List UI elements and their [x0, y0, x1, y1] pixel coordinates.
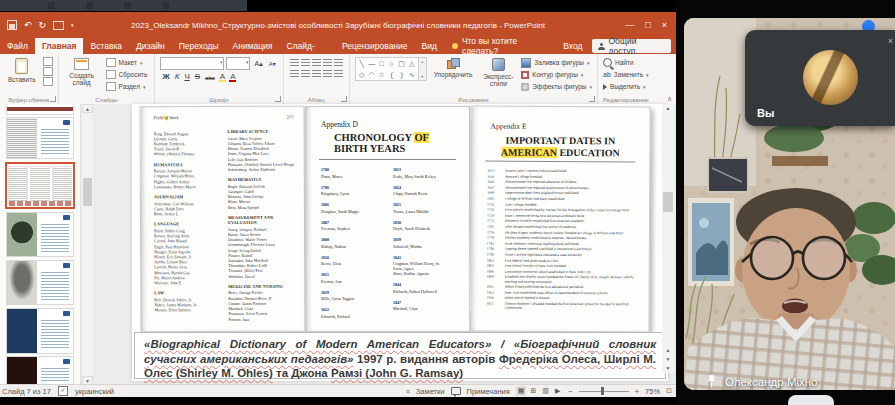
- slide-thumbnail-partial[interactable]: [6, 104, 74, 115]
- fit-to-window-icon[interactable]: ⊡: [666, 387, 672, 395]
- shape-icon[interactable]: □: [377, 58, 387, 69]
- clear-formatting-button[interactable]: abc: [203, 75, 217, 81]
- ribbon-tab[interactable]: Переходы: [172, 38, 226, 54]
- scroll-up-icon[interactable]: ▲: [662, 104, 674, 113]
- spellcheck-icon[interactable]: ✓: [58, 386, 68, 396]
- shape-icon[interactable]: ◇: [357, 69, 367, 80]
- paste-button[interactable]: Вставить: [5, 57, 39, 84]
- reset-button[interactable]: Сбросить: [104, 69, 150, 80]
- book-page-appendix-e[interactable]: Appendix E IMPORTANT DATES IN AMERICAN E…: [469, 106, 650, 333]
- zoom-in-button[interactable]: +: [635, 387, 639, 396]
- sign-in-link[interactable]: Вход: [563, 41, 582, 51]
- ribbon-tab[interactable]: Анимация: [226, 38, 280, 54]
- decrease-indent-icon[interactable]: [312, 59, 321, 66]
- shape-icon[interactable]: ☆: [377, 69, 387, 80]
- decrease-font-icon[interactable]: A▾: [267, 60, 278, 67]
- tell-me-box[interactable]: Что вы хотите сделать?: [444, 38, 563, 54]
- view-button[interactable]: ▥: [540, 386, 551, 396]
- bullets-icon[interactable]: [290, 59, 299, 66]
- slide-counter[interactable]: Слайд 7 из 17: [2, 387, 51, 396]
- undo-icon[interactable]: ↶: [24, 20, 32, 30]
- book-page-appendix-d[interactable]: Appendix D CHRONOLOGY OF BIRTH YEARS 178…: [305, 106, 470, 332]
- font-name-select[interactable]: [160, 57, 224, 70]
- view-button[interactable]: ⊞: [528, 386, 538, 396]
- ribbon-tab[interactable]: Вставка: [83, 38, 129, 54]
- align-left-icon[interactable]: [290, 70, 299, 77]
- drawing-dialog-launcher[interactable]: [589, 96, 595, 102]
- slide-caption-textbox[interactable]: «Biographical Dictionary of Modern Ameri…: [134, 332, 666, 379]
- ribbon-tab[interactable]: Дизайн: [129, 38, 172, 54]
- ribbon-tab[interactable]: Файл: [0, 38, 35, 54]
- view-button[interactable]: ▶: [553, 386, 562, 396]
- share-button[interactable]: Общий доступ: [592, 39, 671, 53]
- copy-icon[interactable]: [43, 67, 53, 76]
- shape-fill-button[interactable]: Заливка фигуры▾: [521, 57, 592, 68]
- restore-button[interactable]: □: [645, 20, 650, 30]
- clipboard-dialog-launcher[interactable]: [50, 96, 56, 102]
- cut-icon[interactable]: [43, 57, 53, 66]
- shape-icon[interactable]: ╲: [357, 58, 367, 69]
- select-button[interactable]: Выделить▾: [603, 81, 649, 92]
- scrollbar-thumb[interactable]: [663, 192, 673, 212]
- ribbon-tab[interactable]: Слайд-шоу: [279, 38, 334, 54]
- underline-button[interactable]: Ч: [182, 72, 191, 81]
- zoom-out-button[interactable]: −: [568, 387, 572, 396]
- italic-button[interactable]: К: [173, 72, 182, 81]
- font-dialog-launcher[interactable]: [275, 96, 281, 102]
- slide-thumbnail[interactable]: [6, 260, 74, 305]
- zoom-slider-knob[interactable]: [601, 387, 604, 395]
- language-indicator[interactable]: украинский: [75, 387, 114, 396]
- scroll-down-icon[interactable]: ▼: [662, 355, 674, 364]
- paragraph-dialog-launcher[interactable]: [341, 96, 347, 102]
- strikethrough-button[interactable]: S: [193, 72, 202, 81]
- find-button[interactable]: Найти: [603, 57, 649, 68]
- replace-button[interactable]: abЗаменить▾: [603, 69, 649, 80]
- ribbon-tab[interactable]: Вид: [415, 38, 444, 54]
- quick-styles-button[interactable]: Экспресс-стили: [479, 57, 517, 88]
- slide-thumbnail[interactable]: [6, 212, 74, 257]
- shape-icon[interactable]: (: [387, 69, 397, 80]
- new-slide-button[interactable]: Создать слайд: [64, 57, 100, 87]
- arrange-button[interactable]: Упорядочить: [431, 57, 476, 79]
- shapes-gallery[interactable]: ╲—□○▢△◇◠☆()∿: [355, 57, 419, 81]
- font-size-select[interactable]: [226, 57, 250, 70]
- self-view-tile[interactable]: Вы ×: [745, 30, 895, 126]
- scroll-up-icon[interactable]: ▲: [82, 104, 93, 113]
- slide-thumbnail[interactable]: [6, 308, 74, 354]
- shape-icon[interactable]: ▢: [397, 58, 407, 69]
- ribbon-tab[interactable]: Рецензирование: [335, 38, 415, 54]
- shape-icon[interactable]: ): [397, 69, 407, 80]
- qat-customize-icon[interactable]: ▾: [71, 22, 74, 28]
- view-button[interactable]: ▦: [516, 386, 527, 396]
- save-icon[interactable]: [7, 20, 17, 30]
- slide-thumbnail[interactable]: [6, 356, 74, 385]
- shape-icon[interactable]: —: [367, 58, 377, 69]
- shape-icon[interactable]: ○: [387, 58, 397, 69]
- thumbnail-scrollbar[interactable]: ▲ ▼: [82, 104, 93, 385]
- increase-indent-icon[interactable]: [323, 59, 332, 66]
- shape-icon[interactable]: ◠: [367, 69, 377, 80]
- format-painter-icon[interactable]: [43, 77, 53, 86]
- shape-icon[interactable]: △: [407, 58, 417, 69]
- shape-effects-button[interactable]: Эффекты фигуры▾: [521, 81, 592, 92]
- align-right-icon[interactable]: [312, 70, 321, 77]
- highlight-color-button[interactable]: А: [218, 72, 227, 81]
- increase-font-icon[interactable]: A▴: [252, 60, 264, 68]
- shape-outline-button[interactable]: Контур фигуры▾: [521, 69, 592, 80]
- justify-icon[interactable]: [323, 70, 332, 77]
- start-presentation-icon[interactable]: [53, 21, 64, 30]
- close-icon[interactable]: ×: [888, 36, 893, 46]
- pin-icon[interactable]: [706, 374, 717, 389]
- bold-button[interactable]: Ж: [160, 72, 171, 81]
- minimize-button[interactable]: —: [625, 20, 634, 30]
- line-spacing-icon[interactable]: [334, 59, 343, 66]
- slide-thumbnail-selected[interactable]: [5, 162, 75, 209]
- scrollbar-thumb[interactable]: [83, 178, 92, 206]
- numbering-icon[interactable]: [301, 59, 310, 66]
- zoom-slider[interactable]: [579, 391, 629, 392]
- slide-scrollbar[interactable]: ▲ ▲ ▼ ▼: [662, 104, 674, 373]
- shapes-gallery-scrollbar[interactable]: ▴▾: [419, 57, 427, 81]
- redo-icon[interactable]: ↻: [39, 20, 47, 30]
- zoom-level[interactable]: 75%: [645, 387, 660, 396]
- close-button[interactable]: ×: [662, 20, 667, 30]
